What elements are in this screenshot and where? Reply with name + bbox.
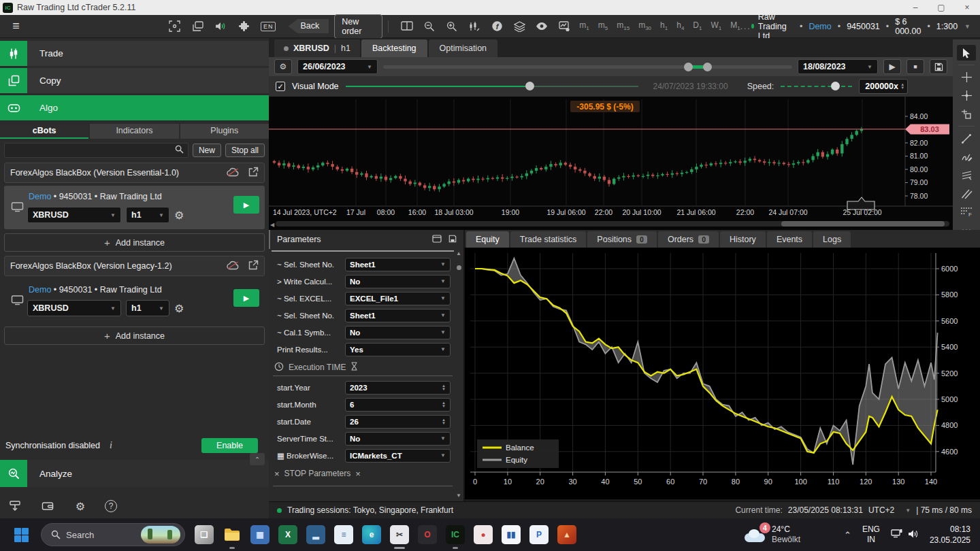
- cbot-instance-card[interactable]: Demo • 9450031 • Raw Trading LtdXBRUSD▼h…: [4, 279, 265, 322]
- stocks-taskbar-icon[interactable]: ▮▮: [502, 525, 521, 544]
- timeframe-select[interactable]: h1▼: [126, 207, 169, 223]
- cbot-header[interactable]: ForexAlgos BlackBox (Version Essential-1…: [4, 163, 265, 183]
- add-instance-button[interactable]: +Add instance: [4, 327, 265, 345]
- language-badge[interactable]: EN: [261, 22, 276, 31]
- fibonacci-tool[interactable]: [957, 167, 976, 183]
- tab-history[interactable]: History: [720, 231, 766, 248]
- timeframe-m15[interactable]: m15: [617, 20, 630, 31]
- visibility-icon[interactable]: [535, 20, 549, 33]
- tab-trade-statistics[interactable]: Trade statistics: [510, 231, 587, 248]
- back-button[interactable]: Back: [288, 19, 329, 33]
- save-backtest-button[interactable]: [930, 59, 947, 74]
- taskbar-clock[interactable]: 08:1323.05.2025: [930, 524, 970, 546]
- tab-orders[interactable]: Orders0: [658, 231, 719, 248]
- timeframe-m5[interactable]: m5: [598, 20, 608, 31]
- timeframe-D1[interactable]: D1: [693, 20, 702, 31]
- tab-backtesting[interactable]: Backtesting: [361, 39, 427, 57]
- info-icon[interactable]: i: [110, 440, 112, 451]
- tab-optimisation[interactable]: Optimisation: [429, 39, 497, 57]
- end-date-select[interactable]: 18/08/2023▼: [798, 59, 878, 74]
- notepad-taskbar-icon[interactable]: ≡: [334, 525, 353, 544]
- parameter-select[interactable]: Sheet1▼: [345, 258, 451, 271]
- parameters-scrollbar[interactable]: ▲▼: [455, 250, 462, 499]
- save-parameters-icon[interactable]: [448, 235, 457, 245]
- playback-progress-slider[interactable]: [346, 82, 638, 91]
- tab-plugins[interactable]: Plugins: [180, 124, 269, 139]
- section-execution-time[interactable]: Execution TIME: [272, 359, 454, 375]
- snap-crosshair-tool[interactable]: [957, 88, 976, 103]
- pingplotter-taskbar-icon[interactable]: P: [529, 525, 549, 544]
- backtest-range-slider[interactable]: [383, 59, 792, 74]
- parameter-select[interactable]: No▼: [345, 275, 451, 288]
- timezone-select[interactable]: UTC+2: [868, 505, 894, 515]
- pattern-tool[interactable]: F: [957, 204, 976, 220]
- parameter-stepper[interactable]: 2023▲▼: [345, 381, 451, 395]
- section-stop-parameters[interactable]: ×STOP Parameters×: [272, 465, 454, 482]
- volume-icon[interactable]: [908, 529, 919, 541]
- trend-line-tool[interactable]: [957, 131, 976, 146]
- load-parameters-icon[interactable]: [432, 235, 442, 245]
- workspaces-icon[interactable]: [191, 20, 205, 33]
- stop-all-button[interactable]: Stop all: [225, 144, 265, 157]
- parameter-select[interactable]: No▼: [345, 432, 451, 446]
- plugins-icon[interactable]: [238, 20, 251, 33]
- excel-taskbar-icon[interactable]: X: [278, 525, 297, 544]
- play-backtest-button[interactable]: ▶: [883, 59, 901, 74]
- tab-events[interactable]: Events: [767, 231, 812, 248]
- tab-equity[interactable]: Equity: [466, 231, 509, 248]
- cloud-sync-off-icon[interactable]: [227, 261, 240, 272]
- instance-settings-icon[interactable]: ⚙: [174, 302, 184, 315]
- cloud-sync-off-icon[interactable]: [227, 167, 240, 179]
- taskbar-search[interactable]: Search: [41, 523, 185, 546]
- opera-taskbar-icon[interactable]: O: [418, 525, 437, 544]
- recorder-taskbar-icon[interactable]: ●: [474, 525, 493, 544]
- fib-functions-icon[interactable]: f: [490, 20, 504, 33]
- indicator-icon[interactable]: [468, 20, 481, 33]
- share-cbot-icon[interactable]: [248, 167, 259, 180]
- sidebar-item-analyze[interactable]: Analyze: [0, 460, 269, 487]
- parameter-select[interactable]: ICMarkets_CT▼: [345, 449, 451, 463]
- symbol-select[interactable]: XBRUSD▼: [27, 300, 121, 316]
- timeframe-h1[interactable]: h1: [660, 20, 668, 31]
- anchor-tool[interactable]: [957, 106, 976, 122]
- playback-progress-handle[interactable]: [525, 82, 534, 90]
- range-handle-end[interactable]: [703, 63, 712, 71]
- settings-gear-icon[interactable]: ⚙: [72, 498, 88, 514]
- timeframe-select[interactable]: h1▼: [126, 300, 169, 316]
- timeframe-h4[interactable]: h4: [676, 20, 684, 31]
- equidistant-channel-tool[interactable]: [957, 186, 976, 201]
- task-view-taskbar-icon[interactable]: ❏: [195, 525, 214, 544]
- sidebar-item-algo[interactable]: Algo: [0, 95, 269, 120]
- tray-expand-icon[interactable]: ⌃: [844, 530, 851, 540]
- start-cbot-button[interactable]: ▶: [233, 196, 259, 214]
- collapse-panel-button[interactable]: ⌃: [250, 453, 265, 465]
- timeframe-M1[interactable]: M1: [730, 20, 740, 31]
- zoom-in-icon[interactable]: [445, 20, 459, 33]
- fit-screen-icon[interactable]: [168, 20, 182, 33]
- freehand-draw-tool[interactable]: [957, 149, 976, 165]
- speed-slider[interactable]: [781, 82, 852, 91]
- chart-settings-icon[interactable]: [557, 20, 571, 33]
- new-order-button[interactable]: New order: [334, 14, 382, 39]
- icmarkets-taskbar-icon[interactable]: IC: [446, 525, 465, 544]
- matlab-taskbar-icon[interactable]: ▲: [557, 525, 576, 544]
- more-timeframes-button[interactable]: ...: [740, 22, 751, 31]
- cbot-search-input[interactable]: [4, 143, 189, 158]
- timeframe-m30[interactable]: m30: [638, 20, 651, 31]
- symbol-select[interactable]: XBRUSD▼: [27, 207, 121, 223]
- sidebar-item-trade[interactable]: Trade: [0, 41, 269, 66]
- stop-backtest-button[interactable]: ■: [906, 59, 924, 74]
- instance-settings-icon[interactable]: ⚙: [174, 209, 184, 222]
- speed-handle[interactable]: [831, 82, 840, 90]
- taskbar-weather[interactable]: 4 24°C Bewölkt: [743, 524, 800, 545]
- help-icon[interactable]: ?: [105, 500, 117, 512]
- file-explorer-taskbar-icon[interactable]: [223, 525, 242, 544]
- range-handle-start[interactable]: [684, 63, 693, 71]
- calculator-taskbar-icon[interactable]: ▦: [250, 525, 270, 544]
- parameter-select[interactable]: Sheet1▼: [345, 309, 451, 322]
- tab-cbots[interactable]: cBots: [0, 124, 88, 139]
- chart-tab-xbrusd[interactable]: XBRUSD | h1: [274, 39, 360, 57]
- object-layers-icon[interactable]: [512, 20, 526, 33]
- start-button[interactable]: [11, 524, 31, 545]
- parameter-stepper[interactable]: 26▲▼: [345, 415, 451, 429]
